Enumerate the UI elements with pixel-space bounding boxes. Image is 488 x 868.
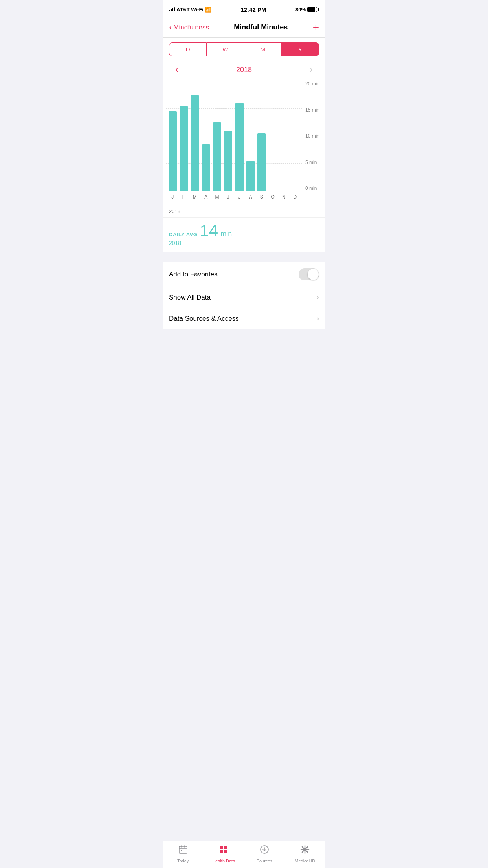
bar-col-j-6 <box>234 81 244 191</box>
x-axis-labels: JFMAMJJASOND <box>166 192 302 207</box>
show-all-data-label: Show All Data <box>169 294 211 302</box>
x-label-10: N <box>279 194 289 200</box>
y-label-5: 5 min <box>305 160 317 165</box>
year-navigation: ‹ 2018 › <box>163 61 325 78</box>
back-chevron-icon: ‹ <box>169 22 172 33</box>
data-sources-label: Data Sources & Access <box>169 315 239 323</box>
daily-avg-section: DAILY AVG 14 min 2018 <box>163 217 325 252</box>
bar-col-f-1 <box>178 81 189 191</box>
bars-row <box>166 81 302 191</box>
x-label-1: F <box>178 194 189 200</box>
data-sources-right: › <box>317 314 319 323</box>
x-label-4: M <box>212 194 222 200</box>
bar-col-s-8 <box>257 81 267 191</box>
show-all-data-row[interactable]: Show All Data › <box>163 287 325 308</box>
bar-0 <box>169 111 177 191</box>
settings-section: Add to Favorites Show All Data › Data So… <box>163 262 325 329</box>
status-left: AT&T Wi-Fi 📶 <box>169 7 211 13</box>
x-label-7: A <box>245 194 255 200</box>
signal-icon <box>169 7 175 11</box>
bar-col-a-7 <box>245 81 255 191</box>
x-label-6: J <box>234 194 244 200</box>
daily-avg-year: 2018 <box>169 240 319 246</box>
x-label-2: M <box>190 194 200 200</box>
battery-percent: 80% <box>295 7 306 13</box>
chart-area: 20 min 15 min 10 min 5 min 0 min JFMAMJJ… <box>163 81 325 207</box>
favorites-right <box>299 268 319 280</box>
daily-avg-label: DAILY AVG <box>169 232 197 237</box>
status-time: 12:42 PM <box>240 6 266 13</box>
bar-1 <box>180 106 188 191</box>
y-axis-labels: 20 min 15 min 10 min 5 min 0 min <box>304 81 325 191</box>
add-button[interactable]: + <box>313 22 319 33</box>
segment-day[interactable]: D <box>169 42 207 56</box>
show-all-chevron-icon: › <box>317 293 319 302</box>
x-label-0: J <box>167 194 178 200</box>
back-label: Mindfulness <box>173 24 209 31</box>
segment-year[interactable]: Y <box>282 42 319 56</box>
chart-container: 20 min 15 min 10 min 5 min 0 min JFMAMJJ… <box>163 78 325 217</box>
bar-2 <box>191 95 199 191</box>
battery-icon <box>307 7 319 12</box>
x-label-5: J <box>223 194 233 200</box>
back-button[interactable]: ‹ Mindfulness <box>169 22 209 33</box>
bar-4 <box>213 122 221 191</box>
bar-col-j-0 <box>167 81 178 191</box>
bar-col-j-5 <box>223 81 233 191</box>
y-label-10: 10 min <box>305 133 319 139</box>
bar-3 <box>202 144 210 191</box>
segment-month[interactable]: M <box>244 42 282 56</box>
daily-avg-row: DAILY AVG 14 min <box>169 223 319 239</box>
favorites-label: Add to Favorites <box>169 270 218 278</box>
daily-avg-unit: min <box>220 230 232 238</box>
y-label-0: 0 min <box>305 186 317 191</box>
page-title: Mindful Minutes <box>234 23 288 31</box>
bar-6 <box>235 103 244 191</box>
data-sources-chevron-icon: › <box>317 314 319 323</box>
x-label-8: S <box>257 194 267 200</box>
bar-col-o-9 <box>268 81 278 191</box>
bar-7 <box>246 161 255 191</box>
toggle-knob <box>308 269 319 280</box>
data-sources-row[interactable]: Data Sources & Access › <box>163 308 325 329</box>
bar-col-m-2 <box>190 81 200 191</box>
bar-col-a-3 <box>201 81 211 191</box>
nav-bar: ‹ Mindfulness Mindful Minutes + <box>163 17 325 38</box>
x-label-9: O <box>268 194 278 200</box>
bar-8 <box>257 133 266 191</box>
x-label-3: A <box>201 194 211 200</box>
section-spacer <box>163 252 325 262</box>
bar-col-n-10 <box>279 81 289 191</box>
bottom-spacer <box>163 329 325 361</box>
status-bar: AT&T Wi-Fi 📶 12:42 PM 80% <box>163 0 325 17</box>
bar-col-d-11 <box>290 81 300 191</box>
status-right: 80% <box>295 7 319 13</box>
segment-control: D W M Y <box>163 38 325 61</box>
show-all-data-right: › <box>317 293 319 302</box>
x-label-11: D <box>290 194 300 200</box>
daily-avg-value: 14 <box>200 223 218 239</box>
y-label-20: 20 min <box>305 81 319 86</box>
segment-week[interactable]: W <box>207 42 244 56</box>
chart-year-label: 2018 <box>163 207 325 217</box>
prev-year-button[interactable]: ‹ <box>169 64 185 75</box>
favorites-toggle[interactable] <box>299 268 319 280</box>
favorites-row[interactable]: Add to Favorites <box>163 262 325 287</box>
wifi-icon: 📶 <box>205 7 211 13</box>
y-label-15: 15 min <box>305 107 319 113</box>
year-label: 2018 <box>236 66 252 74</box>
bar-col-m-4 <box>212 81 222 191</box>
next-year-button[interactable]: › <box>303 64 319 75</box>
carrier-label: AT&T Wi-Fi <box>176 7 204 13</box>
bar-5 <box>224 131 232 191</box>
